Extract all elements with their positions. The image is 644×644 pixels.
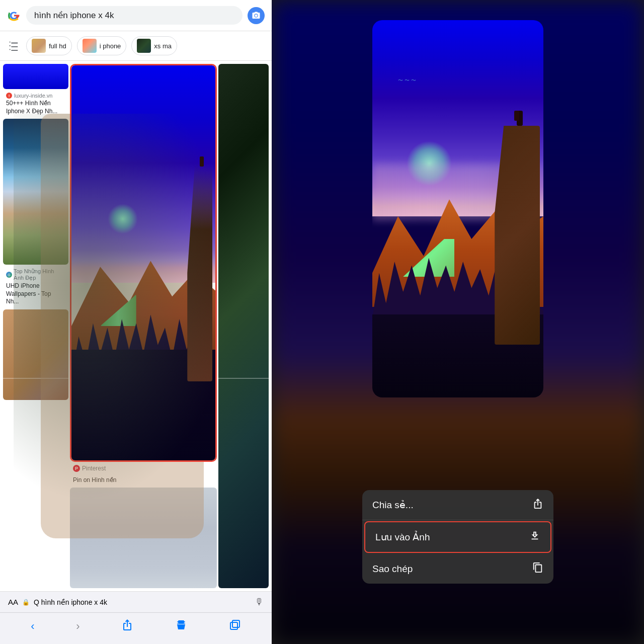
- chip-thumb-full-hd: [32, 39, 46, 53]
- address-bar: AA 🔒 Q hình nền iphone x 4k 🎙: [0, 591, 272, 612]
- bottom-nav: ‹ ›: [0, 612, 272, 644]
- menu-item-copy-label: Sao chép: [372, 564, 413, 575]
- download-icon: [529, 530, 540, 544]
- source-dot-top: G: [6, 272, 12, 278]
- chip-xs[interactable]: xs ma: [131, 36, 177, 55]
- search-text: hình nền iphone x 4k: [34, 10, 234, 21]
- svg-rect-2: [230, 622, 237, 629]
- filter-chips-row: full hd i phone xs ma: [0, 31, 272, 61]
- copy-icon: [532, 562, 543, 576]
- mic-icon[interactable]: 🎙: [255, 597, 264, 607]
- svg-rect-3: [232, 620, 239, 627]
- nav-forward-button[interactable]: ›: [76, 620, 79, 633]
- menu-item-copy[interactable]: Sao chép: [362, 554, 553, 584]
- camera-icon-button[interactable]: [248, 7, 265, 24]
- col-right: [218, 64, 269, 588]
- thumb-blue-top[interactable]: [3, 64, 68, 89]
- share-icon: [532, 498, 543, 512]
- aa-text[interactable]: AA: [8, 598, 18, 606]
- google-logo: [7, 9, 21, 23]
- nav-back-button[interactable]: ‹: [31, 620, 34, 633]
- chip-thumb-iphone: [83, 39, 97, 53]
- chip-label-full-hd: full hd: [49, 42, 66, 50]
- left-panel: hình nền iphone x 4k full hd i phone: [0, 0, 272, 644]
- svg-point-1: [255, 14, 257, 17]
- source-dot-luxury: !: [6, 93, 12, 99]
- nav-tabs-button[interactable]: [229, 619, 241, 634]
- nav-bookmarks-button[interactable]: [175, 619, 187, 634]
- chip-label-xs: xs ma: [154, 42, 172, 50]
- nav-share-button[interactable]: [121, 619, 133, 634]
- menu-item-share-label: Chia sẻ...: [372, 499, 414, 511]
- menu-item-save-label: Lưu vào Ảnh: [375, 531, 430, 543]
- right-panel: 〜 〜 〜 Chia sẻ... Lưu vào Ảnh Sao chép: [272, 0, 644, 644]
- url-text[interactable]: Q hình nền iphone x 4k: [34, 598, 251, 606]
- chip-iphone[interactable]: i phone: [77, 36, 127, 55]
- chip-label-iphone: i phone: [100, 42, 121, 50]
- result-title-luxury: 50+++ Hình Nền Iphone X Đẹp Nh...: [6, 100, 65, 115]
- search-input-area[interactable]: hình nền iphone x 4k: [26, 6, 243, 25]
- chip-full-hd[interactable]: full hd: [26, 36, 72, 55]
- source-name-luxury: luxury-inside.vn: [14, 93, 52, 99]
- menu-item-save[interactable]: Lưu vào Ảnh: [364, 521, 551, 553]
- result-item-luxury: ! luxury-inside.vn 50+++ Hình Nền Iphone…: [3, 91, 68, 117]
- chip-thumb-xs: [137, 39, 151, 53]
- lock-icon: 🔒: [22, 599, 30, 606]
- images-area: ! luxury-inside.vn 50+++ Hình Nền Iphone…: [0, 61, 272, 591]
- search-bar: hình nền iphone x 4k: [0, 0, 272, 31]
- menu-item-share[interactable]: Chia sẻ...: [362, 490, 553, 520]
- large-preview-image: 〜 〜 〜: [372, 20, 543, 397]
- thumb-xs-right[interactable]: [218, 64, 269, 588]
- context-menu: Chia sẻ... Lưu vào Ảnh Sao chép: [362, 490, 553, 584]
- filter-icon[interactable]: [6, 38, 21, 53]
